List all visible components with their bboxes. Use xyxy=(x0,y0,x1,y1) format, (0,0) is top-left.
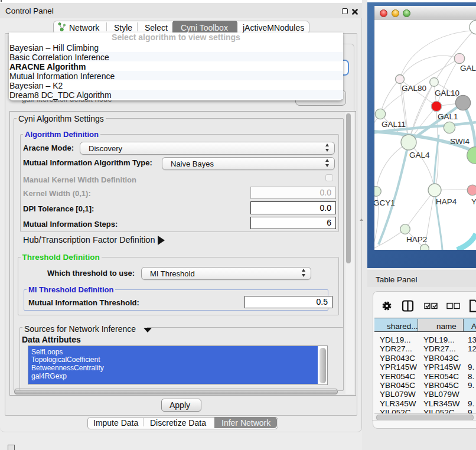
svg-text:SWI4: SWI4 xyxy=(450,137,470,146)
svg-text:GCY1: GCY1 xyxy=(374,198,395,207)
svg-text:HAP2: HAP2 xyxy=(406,235,427,244)
svg-text:GAL4: GAL4 xyxy=(409,151,430,159)
svg-text:GAL11: GAL11 xyxy=(382,120,406,129)
svg-text:GAL10: GAL10 xyxy=(435,89,459,97)
svg-text:GAL80: GAL80 xyxy=(402,84,426,93)
svg-text:GAL1: GAL1 xyxy=(438,112,458,121)
svg-text:HAP4: HAP4 xyxy=(436,197,457,206)
svg-text:GAL80: GAL80 xyxy=(460,64,476,73)
svg-text:Y: Y xyxy=(471,197,476,206)
